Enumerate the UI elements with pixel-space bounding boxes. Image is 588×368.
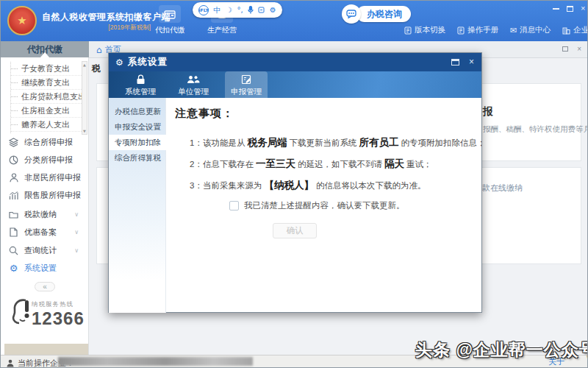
confirm-checkbox-row: 我已清楚上述提醒内容，确认要下载更新。 — [229, 200, 405, 211]
menu-item-message-center[interactable]: ✉ 消息中心 — [510, 25, 551, 35]
note-bold: 隔天 — [384, 158, 404, 169]
sidebar-item-comprehensive-income[interactable]: 综合所得申报 — [1, 134, 89, 151]
sidebar-item-preference-filing[interactable]: 优惠备案 ∨ — [1, 224, 89, 241]
note-text: 的延迟，如下载不到请 — [298, 160, 382, 169]
watermark-text: 头条 @企业帮一公众号 — [415, 339, 588, 361]
sidebar-subitem-child-education[interactable]: 子女教育支出 — [11, 62, 82, 76]
user-icon — [7, 359, 14, 367]
app-window: ★ 自然人税收管理系统扣缴客户端 [2019年新税制] 代扣代缴 生产经营 iF… — [0, 0, 588, 368]
sidebar-item-classified-income[interactable]: 分类所得申报 — [1, 152, 89, 169]
note-text: 下载更新当前系统 — [289, 138, 356, 147]
notice-line-2: 2：信息下载存在一至三天的延迟，如下载不到请隔天重试； — [190, 158, 431, 171]
menu-item-label: 版本切换 — [415, 25, 445, 35]
confirm-checkbox[interactable] — [229, 201, 239, 210]
chinese-mode-icon[interactable]: 中 — [214, 7, 221, 14]
sidebar-item-label: 优惠备案 — [24, 227, 57, 238]
hotline-operator-icon — [11, 297, 32, 327]
pie-chart-icon — [8, 155, 19, 166]
document-icon — [8, 227, 19, 238]
notice-line-1: 1：该功能是从税务局端下载更新当前系统所有员工的专项附加扣除信息； — [190, 136, 485, 149]
gear-icon: ⚙ — [115, 57, 123, 68]
scroll-up-icon[interactable]: ▲ — [82, 63, 87, 67]
dialog-menu-tax-info-update[interactable]: 办税信息更新 — [109, 104, 166, 119]
sidebar-item-nonresident-income[interactable]: 非居民所得申报 — [1, 169, 89, 186]
dialog-tab-label: 系统管理 — [125, 87, 156, 97]
sidebar-subitem-elderly-support[interactable]: 赡养老人支出 — [11, 118, 82, 132]
punctuation-icon[interactable]: °, — [237, 7, 243, 14]
bar-chart-icon — [8, 190, 19, 201]
sidebar-item-restricted-stock[interactable]: 限售股所得申报 — [1, 187, 89, 204]
gear-icon: ⚙ — [8, 263, 19, 274]
maximize-pane-button[interactable] — [562, 46, 568, 52]
notice-heading: 注意事项： — [175, 107, 234, 121]
dialog-tabstrip: 系统管理 单位管理 申报管理 — [109, 71, 481, 98]
dialog-side-menu: 办税信息更新 申报安全设置 专项附加扣除 综合所得算税 — [109, 98, 166, 313]
note-bold: 税务局端 — [247, 137, 287, 148]
sidebar-subitem-continuing-education[interactable]: 继续教育支出 — [11, 76, 82, 90]
sidebar-item-tax-payment[interactable]: 税款缴纳 ∨ — [1, 206, 89, 223]
confirm-checkbox-label: 我已清楚上述提醒内容，确认要下载更新。 — [244, 200, 405, 211]
maximize-button[interactable] — [567, 6, 573, 12]
menu-item-manual[interactable]: 操作手册 — [457, 25, 498, 35]
system-settings-dialog: ⚙ 系统设置 × 系统管理 单位管理 — [108, 52, 482, 313]
form-pencil-icon — [241, 74, 251, 85]
note-text: 重试； — [406, 160, 432, 169]
restore-button[interactable] — [451, 59, 459, 66]
close-button[interactable]: × — [581, 4, 585, 13]
note-text: 的信息将以本次下载的为准。 — [316, 181, 426, 190]
menu-item-version-switch[interactable]: 版本切换 — [404, 25, 445, 35]
sidebar-item-label: 综合所得申报 — [24, 137, 73, 148]
settings-icon[interactable]: ⚙ — [270, 7, 276, 14]
menu-item-label: 操作手册 — [467, 25, 498, 35]
dialog-menu-comprehensive-tax[interactable]: 综合所得算税 — [109, 150, 166, 166]
card-text-fragment: 款在线缴纳 — [482, 183, 523, 194]
star-icon: ★ — [17, 15, 26, 26]
folder-icon — [8, 209, 19, 220]
notice-line-3: 3：当前采集来源为【纳税人】的信息将以本次下载的为准。 — [190, 179, 426, 192]
note-text: 2：信息下载存在 — [190, 160, 254, 169]
menu-item-enterprise-mgmt[interactable]: 企业管理 — [562, 25, 588, 35]
person-icon — [8, 172, 19, 183]
tab-area-controls: × — [562, 45, 581, 53]
dialog-menu-declare-security[interactable]: 申报安全设置 — [109, 119, 166, 135]
dialog-title: 系统设置 — [128, 56, 168, 68]
dialog-tab-label: 申报管理 — [231, 87, 262, 97]
dialog-close-button[interactable]: × — [469, 57, 474, 66]
dialog-tab-system-mgmt[interactable]: 系统管理 — [119, 71, 162, 98]
minimize-button[interactable] — [553, 8, 559, 10]
card-title-fragment: 报 — [483, 105, 493, 118]
sidebar-collapse-button[interactable]: « — [35, 282, 55, 291]
note-text: 的专项附加扣除信息； — [401, 138, 485, 147]
sidebar-section-notch — [40, 52, 50, 58]
microphone-icon[interactable] — [248, 6, 254, 14]
dialog-menu-special-deduction[interactable]: 专项附加扣除 — [109, 135, 166, 150]
sidebar-item-system-settings[interactable]: ⚙ 系统设置 — [1, 260, 89, 277]
menu-item-label: 企业管理 — [573, 25, 588, 35]
scroll-down-icon[interactable]: ▼ — [82, 129, 87, 133]
moon-icon[interactable]: ☽ — [226, 7, 232, 14]
dialog-tab-declare-mgmt[interactable]: 申报管理 — [225, 71, 268, 98]
close-pane-button[interactable]: × — [577, 45, 581, 53]
menu-item-label: 消息中心 — [520, 25, 551, 35]
sidebar-item-query-statistics[interactable]: 查询统计 ∨ — [1, 242, 89, 259]
note-bold: 【纳税人】 — [264, 180, 314, 191]
people-icon — [187, 74, 200, 85]
sidebar-item-label: 查询统计 — [24, 245, 57, 256]
sidebar-subitem-mortgage-interest[interactable]: 住房贷款利息支出 — [11, 90, 82, 104]
occluded-page-heading: 税 — [92, 63, 101, 75]
submenu-scrollbar[interactable]: ▲ ▼ — [82, 61, 87, 135]
mode-button-withholding[interactable]: 代扣代缴 — [153, 5, 187, 35]
home-icon: ⌂ — [96, 45, 102, 55]
app-title: 自然人税收管理系统扣缴客户端 — [42, 11, 171, 24]
keyboard-icon[interactable] — [258, 7, 265, 13]
tax-consult-button[interactable]: 办税咨询 — [342, 4, 411, 24]
confirm-button[interactable]: 确认 — [273, 223, 317, 238]
dialog-controls: × — [451, 57, 474, 66]
sidebar-subitem-housing-rent[interactable]: 住房租金支出 — [11, 104, 82, 118]
dialog-tab-unit-mgmt[interactable]: 单位管理 — [172, 71, 215, 98]
hotline-number: 12366 — [32, 309, 85, 328]
wallet-icon — [159, 5, 181, 23]
ime-toolbar[interactable]: iFLY 中 ☽ °, ⚙ — [193, 2, 282, 18]
card-text-fragment: 报酬、稿酬、特许权使用费等月 — [483, 124, 588, 135]
note-bold: 所有员工 — [359, 137, 398, 148]
